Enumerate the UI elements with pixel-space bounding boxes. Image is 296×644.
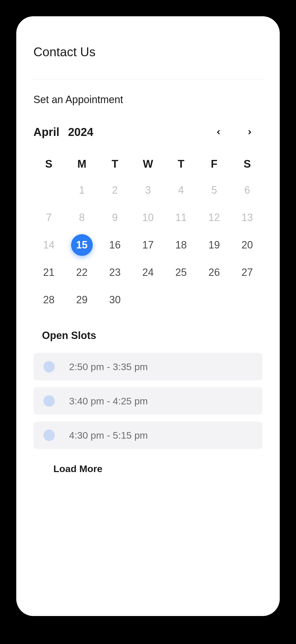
next-month-button[interactable] — [245, 128, 254, 137]
day-cell-3[interactable]: 3 — [133, 178, 164, 203]
day-number: 11 — [175, 212, 187, 224]
day-header: T — [166, 153, 196, 175]
day-number: 13 — [241, 212, 253, 224]
day-number: 7 — [46, 212, 52, 224]
day-number: 25 — [175, 266, 187, 278]
day-cell-6[interactable]: 6 — [232, 178, 263, 203]
calendar-grid: SMTWTFS123456789101112131415161718192021… — [33, 153, 263, 312]
day-number: 23 — [109, 266, 121, 278]
day-header: S — [232, 153, 263, 175]
load-more-button[interactable]: Load More — [53, 463, 263, 474]
slot-status-dot — [43, 430, 55, 441]
page-title: Contact Us — [33, 45, 263, 59]
day-number: 8 — [79, 212, 85, 224]
day-header: W — [133, 153, 164, 175]
slot-status-dot — [43, 361, 55, 372]
day-number: 27 — [241, 266, 253, 278]
month-year-label: April 2024 — [33, 126, 93, 139]
day-number: 4 — [178, 184, 184, 196]
day-cell-7[interactable]: 7 — [33, 205, 64, 230]
day-cell-20[interactable]: 20 — [232, 232, 263, 258]
day-cell-4[interactable]: 4 — [166, 178, 196, 203]
day-cell-2[interactable]: 2 — [100, 178, 130, 203]
day-cell-30[interactable]: 30 — [100, 287, 130, 312]
day-cell-24[interactable]: 24 — [133, 260, 164, 285]
day-header: S — [33, 153, 64, 175]
day-number: 18 — [175, 239, 187, 251]
day-cell-1[interactable]: 1 — [67, 178, 97, 203]
slot-time-label: 2:50 pm - 3:35 pm — [69, 361, 148, 372]
day-number: 10 — [142, 212, 154, 224]
day-cell-18[interactable]: 18 — [166, 232, 196, 258]
day-cell-21[interactable]: 21 — [33, 260, 64, 285]
day-number: 28 — [43, 294, 55, 306]
open-slots-heading: Open Slots — [42, 330, 263, 342]
day-header: T — [100, 153, 130, 175]
slots-list: 2:50 pm - 3:35 pm3:40 pm - 4:25 pm4:30 p… — [33, 353, 263, 449]
day-cell-11[interactable]: 11 — [166, 205, 196, 230]
day-cell-10[interactable]: 10 — [133, 205, 164, 230]
day-cell-27[interactable]: 27 — [232, 260, 263, 285]
month-label: April — [33, 126, 59, 139]
slot-time-label: 4:30 pm - 5:15 pm — [69, 430, 148, 441]
day-header: M — [67, 153, 97, 175]
day-number: 5 — [211, 184, 217, 196]
day-cell-25[interactable]: 25 — [166, 260, 196, 285]
day-header: F — [199, 153, 229, 175]
day-number: 21 — [43, 266, 55, 278]
day-number: 30 — [109, 294, 121, 306]
day-number: 14 — [43, 239, 55, 251]
calendar-nav — [214, 128, 263, 137]
day-cell-14[interactable]: 14 — [33, 232, 64, 258]
day-number: 19 — [208, 239, 220, 251]
day-cell-23[interactable]: 23 — [100, 260, 130, 285]
day-cell-16[interactable]: 16 — [100, 232, 130, 258]
day-cell-22[interactable]: 22 — [67, 260, 97, 285]
chevron-left-icon — [215, 127, 222, 137]
day-cell-13[interactable]: 13 — [232, 205, 263, 230]
day-number: 24 — [142, 266, 154, 278]
day-number: 2 — [112, 184, 118, 196]
day-cell-28[interactable]: 28 — [33, 287, 64, 312]
slot-row[interactable]: 4:30 pm - 5:15 pm — [33, 422, 263, 449]
day-number: 3 — [145, 184, 151, 196]
slot-status-dot — [43, 395, 55, 407]
app-screen: Contact Us Set an Appointment April 2024 — [16, 16, 280, 616]
day-cell-19[interactable]: 19 — [199, 232, 229, 258]
prev-month-button[interactable] — [214, 128, 223, 137]
appointment-subtitle: Set an Appointment — [33, 94, 263, 106]
chevron-right-icon — [247, 127, 253, 137]
day-number: 17 — [142, 239, 154, 251]
day-number: 9 — [112, 212, 118, 224]
slot-row[interactable]: 3:40 pm - 4:25 pm — [33, 387, 263, 415]
day-number: 20 — [241, 239, 253, 251]
day-number: 12 — [208, 212, 220, 224]
day-number: 1 — [79, 184, 85, 196]
day-number: 15 — [76, 239, 88, 251]
day-cell-12[interactable]: 12 — [199, 205, 229, 230]
day-number: 22 — [76, 266, 88, 278]
calendar-header: April 2024 — [33, 126, 263, 139]
day-cell-8[interactable]: 8 — [67, 205, 97, 230]
slot-time-label: 3:40 pm - 4:25 pm — [69, 396, 148, 407]
year-label: 2024 — [68, 126, 93, 139]
day-cell-5[interactable]: 5 — [199, 178, 229, 203]
day-cell-17[interactable]: 17 — [133, 232, 164, 258]
slot-row[interactable]: 2:50 pm - 3:35 pm — [33, 353, 263, 380]
day-cell-29[interactable]: 29 — [67, 287, 97, 312]
device-frame: Contact Us Set an Appointment April 2024 — [10, 10, 286, 622]
day-number: 29 — [76, 294, 88, 306]
day-cell-9[interactable]: 9 — [100, 205, 130, 230]
day-number: 16 — [109, 239, 121, 251]
divider — [33, 79, 263, 79]
day-cell-26[interactable]: 26 — [199, 260, 229, 285]
day-number: 6 — [244, 184, 250, 196]
day-cell-15[interactable]: 15 — [67, 232, 97, 258]
day-empty — [33, 178, 64, 203]
day-number: 26 — [208, 266, 220, 278]
